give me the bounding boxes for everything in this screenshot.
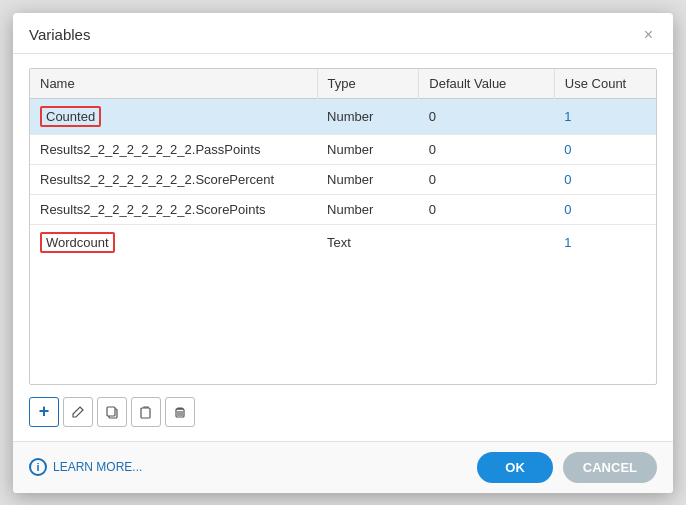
variable-usecount[interactable]: 0 [554,134,656,164]
variable-default: 0 [419,134,555,164]
ok-button[interactable]: OK [477,452,553,483]
col-header-default: Default Value [419,69,555,99]
dialog-header: Variables × [13,13,673,54]
variable-type: Number [317,134,419,164]
paste-icon [139,405,153,419]
col-header-usecount: Use Count [554,69,656,99]
dialog-body: Name Type Default Value Use Count Counte… [13,54,673,441]
table-row[interactable]: Results2_2_2_2_2_2_2_2.ScorePointsNumber… [30,194,656,224]
variable-type: Text [317,224,419,260]
table-header-row: Name Type Default Value Use Count [30,69,656,99]
table-toolbar: + [29,397,657,427]
paste-variable-button[interactable] [131,397,161,427]
footer-buttons: OK CANCEL [477,452,657,483]
variables-dialog: Variables × Name Type Default Value Use … [13,13,673,493]
variable-default: 0 [419,98,555,134]
delete-variable-button[interactable] [165,397,195,427]
variable-type: Number [317,164,419,194]
dialog-title: Variables [29,26,90,43]
variable-type: Number [317,98,419,134]
cancel-button[interactable]: CANCEL [563,452,657,483]
variable-name: Counted [40,106,101,127]
edit-icon [71,405,85,419]
table-row[interactable]: WordcountText1 [30,224,656,260]
copy-icon [105,405,119,419]
info-icon: i [29,458,47,476]
variable-name: Results2_2_2_2_2_2_2_2.PassPoints [30,134,317,164]
variable-usecount[interactable]: 1 [554,224,656,260]
table-row[interactable]: Results2_2_2_2_2_2_2_2.ScorePercentNumbe… [30,164,656,194]
delete-icon [173,405,187,419]
learn-more-label: LEARN MORE... [53,460,142,474]
variable-default: 0 [419,164,555,194]
variable-usecount[interactable]: 1 [554,98,656,134]
svg-rect-2 [141,408,150,418]
col-header-type: Type [317,69,419,99]
variables-table: Name Type Default Value Use Count Counte… [30,69,656,260]
variable-name: Results2_2_2_2_2_2_2_2.ScorePoints [30,194,317,224]
variable-default: 0 [419,194,555,224]
edit-variable-button[interactable] [63,397,93,427]
copy-variable-button[interactable] [97,397,127,427]
variable-usecount[interactable]: 0 [554,194,656,224]
dialog-footer: i LEARN MORE... OK CANCEL [13,441,673,493]
table-row[interactable]: CountedNumber01 [30,98,656,134]
variable-name: Results2_2_2_2_2_2_2_2.ScorePercent [30,164,317,194]
variable-type: Number [317,194,419,224]
variable-name: Wordcount [40,232,115,253]
learn-more-link[interactable]: i LEARN MORE... [29,458,142,476]
variable-default [419,224,555,260]
variable-usecount[interactable]: 0 [554,164,656,194]
add-variable-button[interactable]: + [29,397,59,427]
table-row[interactable]: Results2_2_2_2_2_2_2_2.PassPointsNumber0… [30,134,656,164]
variables-table-container: Name Type Default Value Use Count Counte… [29,68,657,385]
close-button[interactable]: × [640,25,657,45]
col-header-name: Name [30,69,317,99]
svg-rect-1 [107,407,115,416]
